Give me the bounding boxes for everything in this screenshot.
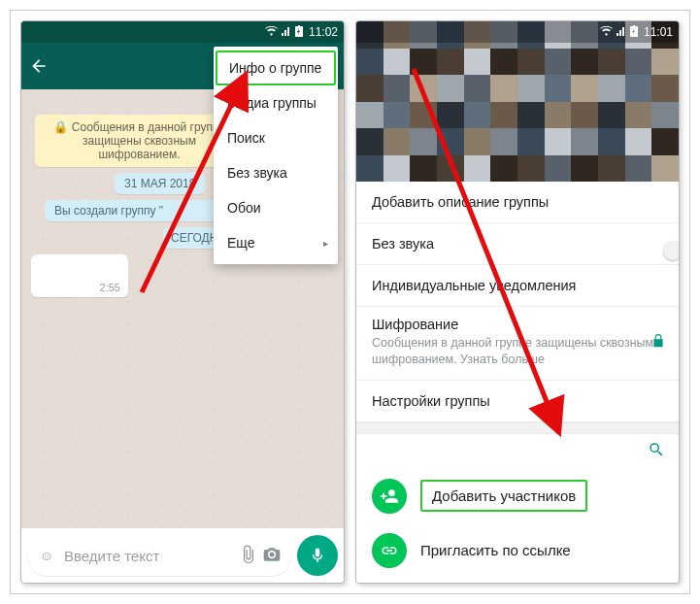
add-description-row[interactable]: Добавить описание группы [356, 182, 679, 223]
members-search-row [356, 434, 679, 469]
blurred-group-photo [356, 21, 679, 182]
options-menu: Инфо о группе Медиа группы Поиск Без зву… [214, 47, 338, 264]
encryption-banner: 🔒Сообщения в данной группе защищены скво… [35, 115, 244, 167]
participant-row[interactable] [356, 578, 679, 584]
search-icon[interactable] [648, 441, 665, 461]
lock-icon [651, 334, 665, 352]
chevron-right-icon: ▸ [323, 238, 328, 249]
signal-icon [282, 25, 291, 39]
group-settings-row[interactable]: Настройки группы [356, 381, 679, 422]
invite-link-row[interactable]: Пригласить по ссылке [356, 523, 679, 578]
menu-item-more[interactable]: Еще ▸ [214, 225, 338, 260]
link-icon [372, 533, 407, 568]
tutorial-stage: 11:02 🔒Сообщения в данной группе защищен… [10, 10, 690, 594]
menu-item-group-media[interactable]: Медиа группы [214, 85, 338, 120]
add-participants-highlight: Добавить участников [420, 480, 587, 512]
status-bar: 11:01 [356, 21, 679, 43]
mute-row[interactable]: Без звука [356, 223, 679, 265]
custom-notifications-label: Индивидуальные уведомления [372, 278, 576, 293]
add-description-label: Добавить описание группы [372, 194, 549, 210]
status-time: 11:02 [309, 25, 338, 39]
add-participants-row[interactable]: Добавить участников [356, 469, 679, 523]
message-bubble[interactable]: 2:55 [31, 254, 128, 297]
input-placeholder: Введите текст [58, 548, 237, 564]
phone-chat-screen: 11:02 🔒Сообщения в данной группе защищен… [20, 20, 345, 584]
menu-item-wallpaper[interactable]: Обои [214, 190, 338, 225]
attach-icon[interactable] [237, 545, 260, 567]
group-created-chip: Вы создали группу " [45, 200, 219, 221]
status-time: 11:01 [644, 25, 673, 39]
menu-item-more-label: Еще [227, 235, 255, 251]
menu-item-mute[interactable]: Без звука [214, 155, 338, 190]
back-arrow-icon[interactable] [27, 54, 50, 78]
message-time: 2:55 [100, 282, 120, 293]
menu-item-search[interactable]: Поиск [214, 120, 338, 155]
lock-icon: 🔒 [53, 120, 68, 134]
encryption-desc: Сообщения в данной группе защищены сквоз… [372, 335, 663, 368]
group-settings-list: Добавить описание группы Без звука Индив… [356, 182, 679, 584]
date-chip: 31 МАЯ 2018 [115, 173, 205, 194]
battery-icon [295, 25, 303, 40]
emoji-icon[interactable]: ☺ [35, 548, 58, 563]
group-header-image[interactable] [356, 21, 679, 182]
camera-icon[interactable] [260, 545, 283, 567]
add-participants-label: Добавить участников [432, 487, 576, 504]
phone-group-info-screen: 11:01 Добавить описание группы Без звука… [355, 20, 680, 584]
mic-button[interactable] [297, 535, 338, 576]
custom-notifications-row[interactable]: Индивидуальные уведомления [356, 265, 679, 307]
menu-item-group-info[interactable]: Инфо о группе [216, 50, 336, 85]
encryption-banner-text: Сообщения в данной группе защищены сквоз… [72, 120, 225, 161]
input-bar: ☺ Введите текст [27, 534, 338, 577]
encryption-title: Шифрование [372, 317, 663, 332]
wifi-icon [265, 25, 278, 39]
wifi-icon [600, 25, 613, 39]
add-person-icon [372, 479, 407, 514]
status-bar: 11:02 [21, 21, 344, 43]
group-settings-label: Настройки группы [372, 393, 490, 409]
signal-icon [617, 25, 626, 39]
mute-label: Без звука [372, 236, 434, 252]
encryption-row[interactable]: Шифрование Сообщения в данной группе защ… [356, 307, 679, 381]
invite-link-label: Пригласить по ссылке [420, 542, 571, 558]
section-divider [356, 422, 679, 434]
battery-icon [630, 25, 638, 40]
message-input[interactable]: ☺ Введите текст [27, 535, 291, 576]
